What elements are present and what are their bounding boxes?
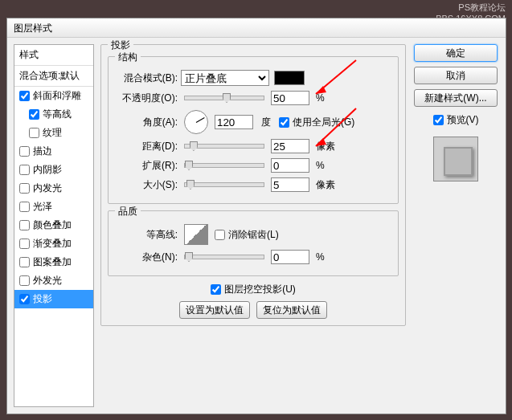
new-style-button[interactable]: 新建样式(W)... [414,89,498,107]
style-sidebar: 样式 混合选项:默认 斜面和浮雕等高线纹理描边内阴影内发光光泽颜色叠加渐变叠加图… [14,44,94,407]
size-unit: 像素 [316,178,340,192]
effect-checkbox[interactable] [29,109,39,120]
distance-unit: 像素 [316,140,340,153]
distance-slider[interactable] [184,144,264,149]
sidebar-item-effect[interactable]: 纹理 [14,124,93,142]
effect-label: 描边 [33,145,52,158]
reset-default-button[interactable]: 复位为默认值 [256,301,327,319]
effect-checkbox[interactable] [19,202,30,212]
cancel-button[interactable]: 取消 [414,67,498,84]
effect-checkbox[interactable] [19,239,30,249]
sidebar-item-effect[interactable]: 光泽 [14,198,93,216]
sidebar-header-styles[interactable]: 样式 [14,45,93,66]
noise-slider[interactable] [184,255,264,259]
effect-label: 图案叠加 [33,255,72,269]
effect-checkbox[interactable] [19,165,30,175]
sidebar-item-effect[interactable]: 投影 [14,290,93,308]
sidebar-item-effect[interactable]: 斜面和浮雕 [14,87,93,105]
preview-label: 预览(V) [447,113,479,127]
size-input[interactable] [271,177,309,192]
layer-style-dialog: 图层样式 样式 混合选项:默认 斜面和浮雕等高线纹理描边内阴影内发光光泽颜色叠加… [6,18,506,414]
sidebar-item-effect[interactable]: 外发光 [14,271,93,290]
effect-checkbox[interactable] [19,294,30,304]
blend-mode-select[interactable]: 正片叠底 [181,70,269,86]
sidebar-item-effect[interactable]: 图案叠加 [14,253,93,271]
right-panel: 确定 取消 新建样式(W)... 预览(V) [412,44,499,407]
distance-input[interactable] [271,139,309,153]
quality-title: 品质 [115,205,141,218]
effect-checkbox[interactable] [19,220,30,230]
effect-checkbox[interactable] [19,91,30,101]
spread-label: 扩展(R): [115,159,178,173]
ok-button[interactable]: 确定 [414,44,498,62]
spread-slider[interactable] [184,163,264,168]
contour-label: 等高线: [115,228,178,242]
sidebar-item-effect[interactable]: 等高线 [14,105,93,124]
spread-unit: % [316,160,340,171]
knockout-label: 图层挖空投影(U) [224,283,296,296]
spread-input[interactable] [271,158,309,173]
size-slider[interactable] [184,182,264,187]
antialias-label: 消除锯齿(L) [228,228,279,242]
shadow-color-swatch[interactable] [274,71,305,85]
effect-label: 纹理 [43,126,62,140]
effect-label: 投影 [33,292,52,306]
angle-unit: 度 [261,116,271,129]
effect-checkbox[interactable] [29,128,39,138]
structure-title: 结构 [115,51,141,64]
noise-input[interactable] [271,250,309,264]
angle-dial[interactable] [184,110,208,134]
blend-mode-label: 混合模式(B): [115,71,178,85]
noise-unit: % [316,251,340,263]
size-label: 大小(S): [115,178,178,192]
contour-picker[interactable] [184,224,208,245]
sidebar-item-effect[interactable]: 描边 [14,142,93,161]
effect-checkbox[interactable] [19,146,30,157]
effect-label: 外发光 [33,274,62,287]
effect-label: 内发光 [33,181,62,195]
structure-group: 结构 混合模式(B): 正片叠底 不透明度(O): % 角度(A): [108,56,399,204]
noise-label: 杂色(N): [115,251,178,264]
preview-thumbnail [433,137,478,181]
effect-checkbox[interactable] [19,183,30,194]
effect-label: 光泽 [33,200,52,214]
global-light-checkbox[interactable] [279,117,289,128]
effect-label: 颜色叠加 [33,218,72,232]
panel-dropshadow: 投影 结构 混合模式(B): 正片叠底 不透明度(O): % [100,44,406,326]
effect-label: 等高线 [43,108,72,121]
quality-group: 品质 等高线: 消除锯齿(L) 杂色(N): % [108,210,399,276]
opacity-input[interactable] [271,91,309,105]
effect-label: 斜面和浮雕 [33,89,81,103]
antialias-checkbox[interactable] [215,230,225,240]
knockout-checkbox[interactable] [211,284,221,295]
sidebar-item-effect[interactable]: 渐变叠加 [14,234,93,253]
sidebar-blend-options[interactable]: 混合选项:默认 [14,66,93,87]
sidebar-item-effect[interactable]: 颜色叠加 [14,216,93,234]
angle-label: 角度(A): [115,116,178,129]
opacity-slider[interactable] [184,96,264,100]
dialog-titlebar[interactable]: 图层样式 [7,18,506,38]
preview-checkbox[interactable] [433,115,444,125]
opacity-unit: % [316,92,340,104]
effect-checkbox[interactable] [19,275,30,286]
effect-checkbox[interactable] [19,257,30,267]
global-light-label: 使用全局光(G) [293,116,354,129]
sidebar-item-effect[interactable]: 内发光 [14,179,93,198]
effect-label: 渐变叠加 [33,237,72,251]
angle-input[interactable] [215,115,253,129]
main-panel: 投影 结构 混合模式(B): 正片叠底 不透明度(O): % [100,44,406,407]
opacity-label: 不透明度(O): [115,92,178,105]
effect-label: 内阴影 [33,163,62,177]
distance-label: 距离(D): [115,140,178,153]
set-default-button[interactable]: 设置为默认值 [179,301,250,319]
dialog-title: 图层样式 [14,22,52,34]
sidebar-item-effect[interactable]: 内阴影 [14,161,93,179]
